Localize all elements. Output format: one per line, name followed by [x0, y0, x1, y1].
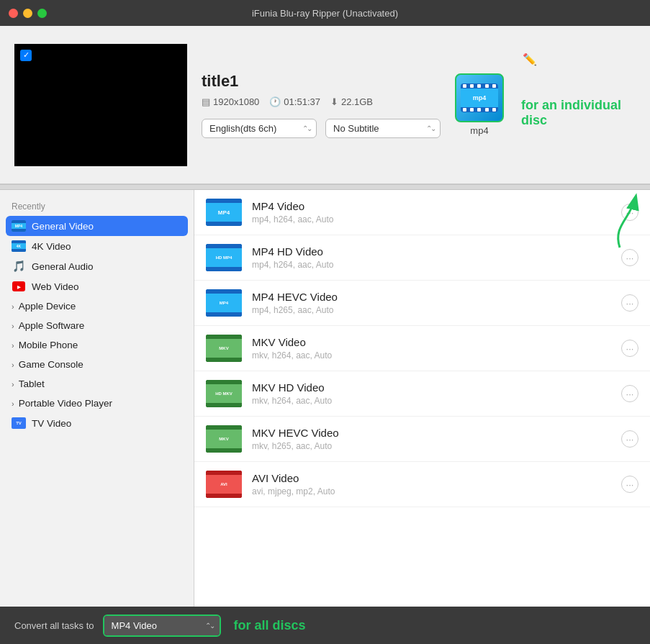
more-options-button[interactable]: ··· [621, 476, 638, 493]
mp4hevc-video-icon: MP4 [206, 289, 242, 317]
mkvhevc-video-icon: MKV [206, 425, 242, 453]
strip-label-mkvhd: HD MKV [215, 391, 233, 396]
maximize-button[interactable] [37, 9, 47, 18]
youtube-icon: ▶ [12, 281, 25, 291]
film-icon: MP4 [12, 220, 26, 232]
sidebar-category-label: Mobile Phone [19, 340, 78, 350]
format-item-mp4-hevc-video[interactable]: MP4 MP4 HEVC Video mp4, h265, aac, Auto … [194, 281, 650, 326]
title-name: title1 [202, 72, 441, 91]
video-thumbnail [14, 44, 187, 166]
format-meta: mp4, h264, aac, Auto [252, 260, 611, 270]
mp4-video-icon: MP4 [206, 199, 242, 226]
strip-label-hd: HD MP4 [216, 255, 233, 260]
youtube-text: ▶ [17, 284, 21, 289]
film-4k-icon: 4K [12, 240, 26, 252]
for-disc-label: for an individual disc [521, 98, 636, 128]
sidebar: Recently MP4 General Video 4K 4K Video [0, 190, 194, 607]
sidebar-category-apple-device[interactable]: › Apple Device [0, 296, 194, 316]
tv-video-icon: TV [12, 417, 26, 429]
format-name: AVI Video [252, 472, 611, 484]
bottom-bar: Convert all tasks to MP4 Video MP4 HD Vi… [0, 607, 650, 644]
recently-label: Recently [0, 199, 194, 216]
sidebar-category-portable-video-player[interactable]: › Portable Video Player [0, 394, 194, 413]
sidebar-item-label: General Video [32, 221, 94, 232]
hole [485, 84, 489, 88]
sidebar-item-label: Web Video [32, 281, 79, 292]
sidebar-category-mobile-phone[interactable]: › Mobile Phone [0, 335, 194, 355]
minimize-button[interactable] [23, 9, 32, 18]
format-icon-box[interactable]: mp4 [455, 73, 504, 122]
sidebar-item-tv-video[interactable]: TV TV Video [0, 413, 194, 433]
filesize-value: 22.1GB [341, 96, 373, 107]
hole [463, 84, 466, 88]
sidebar-item-general-audio[interactable]: 🎵 General Audio [0, 256, 194, 276]
format-item-mkv-hd-video[interactable]: HD MKV MKV HD Video mkv, h264, aac, Auto… [194, 371, 650, 417]
audio-icon: 🎵 [12, 260, 26, 272]
format-item-info: MP4 HD Video mp4, h264, aac, Auto [252, 245, 611, 270]
tv-text: TV [16, 421, 22, 425]
format-item-info: MP4 Video mp4, h264, aac, Auto [252, 200, 611, 225]
edit-icon[interactable]: ✏️ [523, 53, 537, 66]
chevron-right-icon: › [12, 302, 14, 311]
format-item-avi-video[interactable]: AVI AVI Video avi, mjpeg, mp2, Auto ··· [194, 462, 650, 507]
more-options-button[interactable]: ··· [621, 340, 638, 357]
close-button[interactable] [9, 9, 18, 18]
sidebar-category-apple-software[interactable]: › Apple Software [0, 316, 194, 335]
subtitle-dropdown[interactable]: No Subtitle English French [325, 119, 441, 138]
more-options-button[interactable]: ··· [621, 294, 638, 312]
green-arrow-annotation [591, 190, 649, 255]
chevron-right-icon: › [12, 399, 14, 408]
top-panel: title1 ▤ 1920x1080 🕐 01:51:37 ⬇ 22.1GB [0, 26, 650, 184]
filesize-meta: ⬇ 22.1GB [330, 96, 373, 107]
dropdowns-row: English(dts 6ch) English(PCM) French No … [202, 119, 441, 138]
format-meta: mkv, h265, aac, Auto [252, 441, 611, 451]
format-item-mkv-video[interactable]: MKV MKV Video mkv, h264, aac, Auto ··· [194, 326, 650, 371]
film-4k-text: 4K [17, 244, 21, 248]
thumbnail-checkbox[interactable] [20, 50, 32, 61]
format-item-info: MKV HEVC Video mkv, h265, aac, Auto [252, 427, 611, 451]
format-film-icon: mp4 [461, 83, 498, 112]
sidebar-category-game-console[interactable]: › Game Console [0, 355, 194, 374]
chevron-right-icon: › [12, 380, 14, 389]
convert-all-dropdown[interactable]: MP4 Video MP4 HD Video MKV Video AVI Vid… [104, 616, 220, 635]
more-options-button[interactable]: ··· [621, 385, 638, 402]
format-list: MP4 MP4 Video mp4, h264, aac, Auto ··· H… [194, 190, 650, 607]
more-options-button[interactable]: ··· [621, 430, 638, 448]
format-item-info: AVI Video avi, mjpeg, mp2, Auto [252, 472, 611, 496]
hole [485, 108, 489, 112]
hole [470, 84, 474, 88]
web-video-icon: ▶ [12, 281, 26, 292]
hole [463, 108, 466, 112]
mkvhd-video-icon: HD MKV [206, 380, 242, 407]
strip-label-hevc: MP4 [220, 301, 228, 305]
format-meta: avi, mjpeg, mp2, Auto [252, 486, 611, 496]
resolution-icon: ▤ [202, 96, 210, 107]
sidebar-item-4k-video[interactable]: 4K 4K Video [0, 236, 194, 256]
duration-value: 01:51:37 [284, 96, 320, 107]
format-item-mkv-hevc-video[interactable]: MKV MKV HEVC Video mkv, h265, aac, Auto … [194, 417, 650, 462]
audio-dropdown[interactable]: English(dts 6ch) English(PCM) French [202, 119, 317, 138]
mkv-video-icon: MKV [206, 335, 242, 362]
subtitle-dropdown-wrapper: No Subtitle English French [325, 119, 441, 138]
window-title: iFunia Blu-ray Ripper (Unactivated) [252, 8, 398, 19]
sidebar-category-label: Game Console [19, 359, 83, 370]
title-meta: ▤ 1920x1080 🕐 01:51:37 ⬇ 22.1GB [202, 96, 441, 107]
format-item-mp4-video[interactable]: MP4 MP4 Video mp4, h264, aac, Auto ··· [194, 190, 650, 235]
hole [492, 108, 496, 112]
sidebar-category-label: Apple Software [19, 320, 85, 331]
format-icon-label: mp4 [473, 94, 487, 101]
sidebar-item-web-video[interactable]: ▶ Web Video [0, 276, 194, 296]
sidebar-category-tablet[interactable]: › Tablet [0, 374, 194, 394]
strip-label-mkv: MKV [219, 346, 228, 350]
format-name: MKV HEVC Video [252, 427, 611, 439]
format-meta: mp4, h265, aac, Auto [252, 305, 611, 315]
strip-label-mkvhevc: MKV [219, 437, 228, 441]
format-item-info: MKV Video mkv, h264, aac, Auto [252, 336, 611, 360]
format-item-mp4-hd-video[interactable]: HD MP4 MP4 HD Video mp4, h264, aac, Auto… [194, 235, 650, 281]
chevron-right-icon: › [12, 322, 14, 330]
format-name: MKV HD Video [252, 381, 611, 394]
for-all-discs-label: for all discs [234, 618, 306, 633]
sidebar-item-general-video[interactable]: MP4 General Video [6, 216, 188, 236]
format-meta: mkv, h264, aac, Auto [252, 350, 611, 360]
film-text: MP4 [15, 224, 22, 228]
